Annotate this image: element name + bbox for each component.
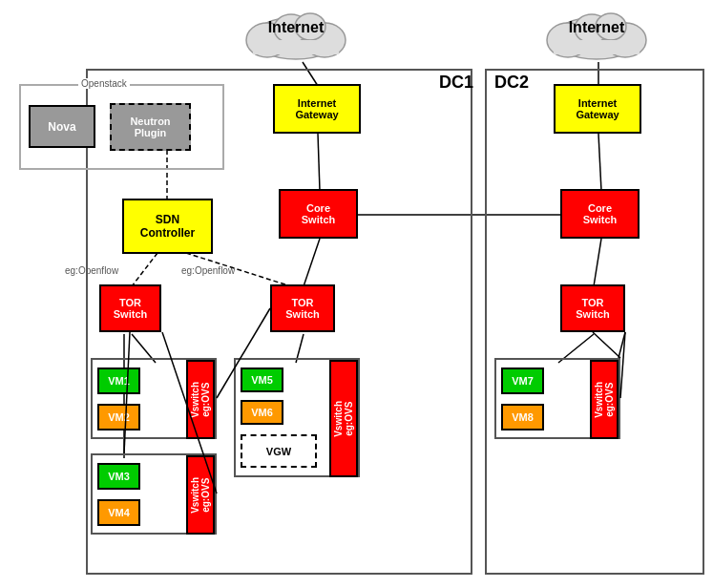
dc2-label: DC2 — [494, 73, 529, 93]
neutron-label: NeutronPlugin — [130, 116, 170, 138]
vswitch-1: Vswitcheg:OVS — [186, 360, 215, 439]
svg-rect-25 — [554, 40, 640, 54]
vswitch-2-label: Vswitcheg:OVS — [190, 477, 211, 514]
vswitch-4: Vswitcheg:OVS — [590, 360, 619, 439]
vgw-box: VGW — [241, 434, 317, 468]
vswitch-2: Vswitcheg:OVS — [186, 455, 215, 535]
host-box-3: VM5 VM6 VGW Vswitcheg:OVS — [234, 358, 360, 477]
tor-switch-dc1-right-label: TORSwitch — [285, 297, 319, 320]
dc1-label: DC1 — [439, 73, 473, 93]
host-box-4: VM7 VM8 Vswitcheg:OVS — [494, 358, 620, 439]
vm2-box: VM2 — [97, 404, 140, 430]
tor-switch-dc1-left-label: TORSwitch — [114, 297, 147, 320]
vm6-box: VM6 — [241, 400, 283, 425]
tor-switch-dc2: TORSwitch — [560, 284, 625, 332]
cloud1-label: Internet — [239, 19, 353, 36]
internet-gateway-dc2-label: InternetGateway — [576, 97, 619, 120]
vswitch-1-label: Vswitcheg:OVS — [190, 382, 211, 418]
vm5-box: VM5 — [241, 368, 283, 392]
internet-gateway-dc1-label: InternetGateway — [295, 97, 338, 120]
tor-switch-dc1-left: TORSwitch — [99, 284, 161, 332]
diagram: Internet Internet DC1 DC2 Openstack Nova… — [0, 0, 713, 588]
vswitch-3: Vswitcheg:OVS — [329, 360, 358, 477]
vm1-box: VM1 — [97, 368, 140, 394]
vm8-box: VM8 — [501, 404, 544, 430]
vswitch-4-label: Vswitcheg:OVS — [594, 382, 615, 418]
host-box-2: VM3 VM4 Vswitcheg:OVS — [91, 453, 217, 535]
core-switch-dc1: CoreSwitch — [279, 189, 358, 239]
cloud-internet-1: Internet — [239, 0, 353, 62]
core-switch-dc2-label: CoreSwitch — [583, 202, 617, 225]
vm7-box: VM7 — [501, 368, 544, 394]
sdn-controller-box: SDNController — [122, 199, 213, 254]
vswitch-3-label: Vswitcheg:OVS — [333, 401, 354, 437]
sdn-controller-label: SDNController — [140, 213, 195, 240]
openstack-label: Openstack — [78, 78, 130, 89]
neutron-box: NeutronPlugin — [110, 103, 191, 151]
eg-openflow-label-2: eg:Openflow — [181, 265, 235, 276]
internet-gateway-dc1: InternetGateway — [273, 84, 361, 134]
core-switch-dc2: CoreSwitch — [560, 189, 640, 239]
vm3-box: VM3 — [97, 463, 140, 490]
vm4-box: VM4 — [97, 499, 140, 526]
tor-switch-dc2-label: TORSwitch — [576, 297, 609, 320]
svg-rect-19 — [253, 40, 339, 54]
eg-openflow-label-1: eg:Openflow — [65, 265, 118, 276]
tor-switch-dc1-right: TORSwitch — [270, 284, 335, 332]
cloud2-label: Internet — [539, 19, 654, 36]
core-switch-dc1-label: CoreSwitch — [302, 202, 335, 225]
nova-box: Nova — [29, 105, 95, 148]
cloud-internet-2: Internet — [539, 0, 654, 62]
internet-gateway-dc2: InternetGateway — [554, 84, 641, 134]
host-box-1: VM1 VM2 Vswitcheg:OVS — [91, 358, 217, 439]
